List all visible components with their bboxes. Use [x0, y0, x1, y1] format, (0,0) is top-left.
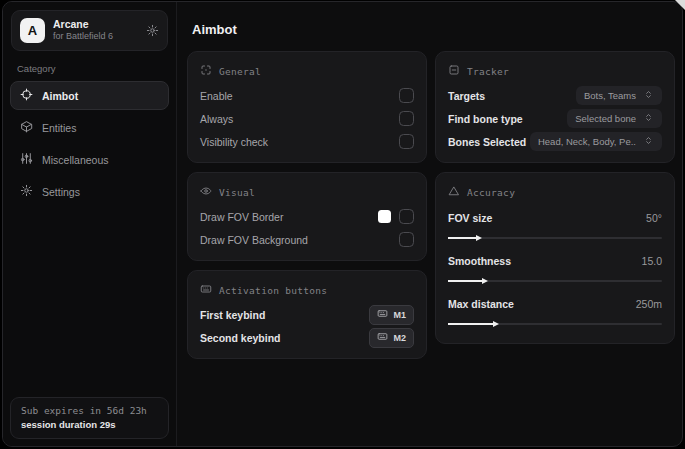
sidebar: A Arcane for Battlefield 6 Category Aimb…: [3, 2, 177, 446]
visual-row-fov-background: Draw FOV Background: [200, 228, 414, 251]
keyboard-icon: [377, 331, 388, 344]
general-row-always: Always: [200, 107, 414, 130]
brand-subtitle: for Battlefield 6: [53, 31, 113, 42]
row-label: Enable: [200, 90, 233, 102]
sliders-icon: [20, 152, 33, 167]
sidebar-item-settings[interactable]: Settings: [10, 177, 169, 206]
brand-logo: A: [20, 18, 45, 43]
category-label: Category: [17, 63, 162, 74]
activation-row-second: Second keybind M2: [200, 326, 414, 349]
bones-selected-dropdown[interactable]: Head, Neck, Body, Pe..: [530, 132, 662, 151]
targets-dropdown[interactable]: Bots, Teams: [576, 86, 662, 105]
general-scan-icon: [200, 64, 212, 78]
chevrons-up-down-icon: [643, 135, 654, 148]
page-title: Aimbot: [192, 22, 675, 37]
row-label: Visibility check: [200, 136, 268, 148]
second-keybind-button[interactable]: M2: [369, 328, 414, 348]
tracker-row-bone-type: Find bone type Selected bone: [448, 107, 662, 130]
row-label: Draw FOV Background: [200, 234, 308, 246]
fov-size-group: FOV size 50°: [448, 205, 662, 248]
general-row-visibility: Visibility check: [200, 130, 414, 153]
row-label: First keybind: [200, 309, 265, 321]
crosshair-icon: [20, 88, 33, 103]
smoothness-value: 15.0: [642, 255, 662, 267]
general-card-title: General: [200, 60, 414, 84]
sidebar-item-label: Settings: [42, 186, 80, 198]
keyboard-icon: [377, 308, 388, 321]
visual-card: Visual Draw FOV Border Draw FOV Backgrou…: [187, 172, 427, 261]
fov-size-slider[interactable]: [448, 234, 662, 242]
fov-border-checkbox[interactable]: [399, 209, 414, 224]
fov-size-value: 50°: [646, 212, 662, 224]
accuracy-card-title: Accuracy: [448, 181, 662, 205]
row-label: Targets: [448, 90, 485, 102]
sidebar-item-miscellaneous[interactable]: Miscellaneous: [10, 145, 169, 174]
sidebar-item-label: Miscellaneous: [42, 154, 109, 166]
subscription-card: Sub expires in 56d 23h session duration …: [10, 397, 169, 439]
row-label: Max distance: [448, 298, 514, 310]
accuracy-card: Accuracy FOV size 50°: [435, 172, 675, 344]
sidebar-item-aimbot[interactable]: Aimbot: [10, 81, 169, 110]
mouse-cursor: [675, 0, 685, 10]
fov-background-checkbox[interactable]: [399, 232, 414, 247]
first-keybind-button[interactable]: M1: [369, 305, 414, 325]
enable-checkbox[interactable]: [399, 88, 414, 103]
row-label: Always: [200, 113, 233, 125]
left-column: General Enable Always Visibility check: [187, 51, 427, 359]
tracker-card: Tracker Targets Bots, Teams Find bone ty…: [435, 51, 675, 163]
gear-icon: [20, 184, 33, 199]
activation-row-first: First keybind M1: [200, 303, 414, 326]
max-distance-slider[interactable]: [448, 320, 662, 328]
always-checkbox[interactable]: [399, 111, 414, 126]
right-column: Tracker Targets Bots, Teams Find bone ty…: [435, 51, 675, 344]
visual-row-fov-border: Draw FOV Border: [200, 205, 414, 228]
fov-border-color-swatch[interactable]: [378, 210, 391, 223]
visual-card-title: Visual: [200, 181, 414, 205]
tracker-row-bones-selected: Bones Selected Head, Neck, Body, Pe..: [448, 130, 662, 153]
general-row-enable: Enable: [200, 84, 414, 107]
smoothness-slider[interactable]: [448, 277, 662, 285]
smoothness-group: Smoothness 15.0: [448, 248, 662, 291]
sidebar-item-label: Aimbot: [42, 90, 78, 102]
chevrons-up-down-icon: [643, 89, 654, 102]
brand-title: Arcane: [53, 18, 113, 31]
app-window: A Arcane for Battlefield 6 Category Aimb…: [2, 1, 683, 447]
tracker-card-title: Tracker: [448, 60, 662, 84]
row-label: Smoothness: [448, 255, 511, 267]
row-label: Bones Selected: [448, 136, 526, 148]
max-distance-group: Max distance 250m: [448, 291, 662, 334]
brand-text: Arcane for Battlefield 6: [53, 18, 113, 42]
chevrons-up-down-icon: [643, 112, 654, 125]
visibility-check-checkbox[interactable]: [399, 134, 414, 149]
row-label: Second keybind: [200, 332, 281, 344]
activation-card: Activation buttons First keybind M1 Seco…: [187, 270, 427, 359]
activation-card-title: Activation buttons: [200, 279, 414, 303]
triangle-icon: [448, 185, 460, 199]
general-card: General Enable Always Visibility check: [187, 51, 427, 163]
eye-icon: [200, 185, 212, 199]
row-label: FOV size: [448, 212, 492, 224]
session-duration-text: session duration 29s: [21, 419, 158, 430]
sub-expires-text: Sub expires in 56d 23h: [21, 405, 158, 416]
sidebar-item-entities[interactable]: Entities: [10, 113, 169, 142]
sidebar-nav: Aimbot Entities Miscellaneous Settings: [3, 81, 176, 206]
square-minus-icon: [448, 64, 460, 78]
brand-card: A Arcane for Battlefield 6: [11, 10, 168, 51]
keyboard-icon: [200, 283, 212, 297]
row-label: Find bone type: [448, 113, 523, 125]
sync-gear-icon[interactable]: [146, 24, 159, 37]
sidebar-item-label: Entities: [42, 122, 76, 134]
tracker-row-targets: Targets Bots, Teams: [448, 84, 662, 107]
entities-icon: [20, 120, 33, 135]
main-content: Aimbot General Enable Alw: [177, 2, 683, 446]
row-label: Draw FOV Border: [200, 211, 283, 223]
max-distance-value: 250m: [636, 298, 662, 310]
find-bone-type-dropdown[interactable]: Selected bone: [567, 109, 662, 128]
